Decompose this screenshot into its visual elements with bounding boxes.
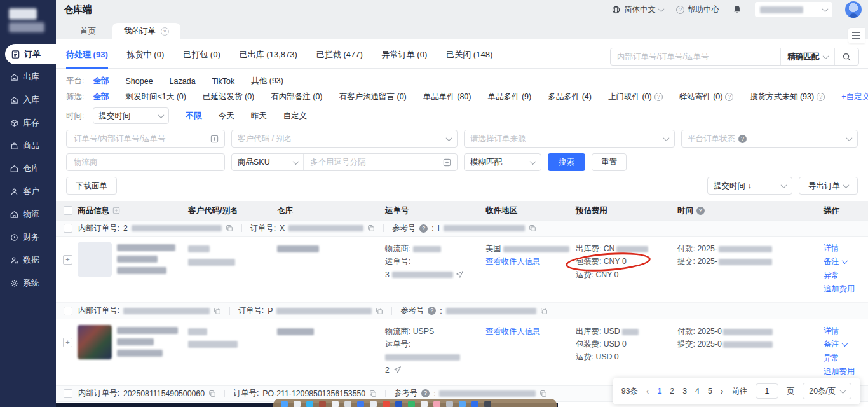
help-center[interactable]: ? 帮助中心 [676, 4, 719, 15]
status-tab-picking[interactable]: 拣货中 (0) [127, 49, 165, 67]
time-type-select[interactable]: 提交时间 [93, 107, 169, 124]
platform-status-select[interactable]: 平台订单状态 ? [681, 130, 858, 148]
row-checkbox[interactable] [64, 389, 72, 398]
platform-all[interactable]: 全部 [93, 76, 109, 86]
search-button[interactable]: 搜索 [548, 153, 585, 171]
match-mode-select[interactable]: 精确匹配 [780, 48, 834, 65]
sidebar-item-outbound[interactable]: 出库 [0, 67, 56, 87]
status-tab-intercepted[interactable]: 已拦截 (477) [316, 49, 363, 67]
abnormal-link[interactable]: 异常 [824, 270, 862, 281]
copy-icon[interactable] [540, 307, 548, 315]
sidebar-item-system[interactable]: 系统 [0, 273, 56, 293]
sidebar-item-warehouse[interactable]: 仓库 [0, 158, 56, 179]
copy-icon[interactable] [367, 224, 375, 232]
filter-single-single[interactable]: 单品单件 (80) [423, 92, 471, 102]
remark-link[interactable]: 备注 [824, 338, 862, 350]
copy-icon[interactable] [214, 307, 221, 315]
copy-icon[interactable] [376, 307, 383, 315]
page-1[interactable]: 1 [658, 387, 662, 396]
custom-filter-link[interactable]: +自定义筛选 [841, 92, 868, 102]
filter-unknown-method[interactable]: 揽货方式未知 (93)? [750, 92, 825, 102]
sidebar-item-logistics[interactable]: 物流 [0, 204, 56, 224]
sidebar-item-inbound[interactable]: 入库 [0, 90, 56, 110]
copy-icon[interactable] [539, 390, 547, 397]
time-custom[interactable]: 自定义 [283, 111, 307, 121]
export-orders-button[interactable]: 导出订单 [799, 177, 858, 195]
prev-page-icon[interactable]: ‹ [646, 386, 649, 396]
page-size-select[interactable]: 20条/页 [803, 383, 851, 399]
track-send-icon[interactable] [456, 270, 464, 279]
quick-search-input[interactable] [611, 52, 780, 61]
tab-home[interactable]: 首页 [64, 23, 112, 39]
copy-icon[interactable] [369, 390, 377, 397]
sidebar-item-finance[interactable]: 财务 [0, 227, 56, 247]
select-all-checkbox[interactable] [64, 206, 72, 215]
plus-box-icon[interactable] [112, 207, 120, 214]
platform-other[interactable]: 其他 (93) [251, 76, 283, 86]
filter-single-multi[interactable]: 单品多件 (9) [487, 92, 531, 102]
remark-link[interactable]: 备注 [824, 256, 862, 267]
filter-all[interactable]: 全部 [93, 92, 109, 102]
time-today[interactable]: 今天 [218, 111, 234, 121]
download-label-button[interactable]: 下载面单 [66, 177, 117, 195]
abnormal-link[interactable]: 异常 [824, 352, 862, 364]
order-source-select[interactable]: 请选择订单来源 [464, 130, 675, 148]
macos-dock[interactable] [273, 399, 557, 407]
row-checkbox[interactable] [64, 307, 72, 315]
carrier-input[interactable] [72, 157, 219, 167]
filter-multi-multi[interactable]: 多品多件 (4) [548, 92, 592, 102]
page-2[interactable]: 2 [670, 387, 674, 396]
sidebar-item-orders[interactable]: 订单 [5, 44, 56, 64]
sku-input[interactable] [309, 157, 443, 167]
sidebar-item-inventory[interactable]: 库存 [0, 113, 56, 133]
sort-select[interactable]: 提交时间 ↓ [707, 177, 792, 195]
order-no-input[interactable] [72, 134, 210, 144]
add-fee-link[interactable]: 追加费用 [824, 366, 862, 377]
filter-customer-message[interactable]: 有客户沟通留言 (0) [339, 92, 407, 102]
row-checkbox[interactable] [64, 224, 72, 233]
page-3[interactable]: 3 [682, 387, 687, 396]
track-send-icon[interactable] [393, 366, 402, 374]
filter-station[interactable]: 驿站寄件 (0)? [679, 92, 734, 102]
filter-delayed[interactable]: 已延迟发货 (0) [203, 92, 254, 102]
page-4[interactable]: 4 [695, 387, 700, 396]
status-tab-closed[interactable]: 已关闭 (148) [446, 49, 492, 67]
goto-page-input[interactable] [756, 383, 778, 399]
copy-icon[interactable] [226, 224, 233, 232]
filter-pickup[interactable]: 上门取件 (0)? [608, 92, 663, 102]
bell-icon[interactable] [732, 4, 742, 15]
language-switcher[interactable]: 简体中文 [611, 4, 663, 15]
expand-row-icon[interactable]: + [63, 255, 72, 265]
filter-internal-note[interactable]: 有内部备注 (0) [271, 92, 322, 102]
tab-my-orders[interactable]: 我的订单 × [112, 23, 180, 39]
page-5[interactable]: 5 [708, 387, 712, 396]
account-select[interactable] [755, 2, 832, 17]
platform-tiktok[interactable]: TikTok [212, 77, 235, 86]
time-unlimited[interactable]: 不限 [186, 111, 201, 121]
sidebar-item-goods[interactable]: 商品 [0, 135, 56, 156]
filter-remaining-time[interactable]: 剩发时间<1天 (0) [125, 92, 186, 102]
status-tab-pending[interactable]: 待处理 (93) [66, 49, 108, 69]
status-tab-packed[interactable]: 已打包 (0) [183, 49, 220, 67]
search-icon-button[interactable] [834, 48, 858, 65]
detail-link[interactable]: 详情 [824, 242, 862, 254]
add-fee-link[interactable]: 追加费用 [824, 283, 862, 294]
customer-select[interactable]: 客户代码 / 别名 [231, 130, 458, 148]
view-recipient-link[interactable]: 查看收件人信息 [485, 325, 569, 338]
user-avatar[interactable] [845, 1, 862, 18]
platform-lazada[interactable]: Lazada [170, 77, 196, 86]
detail-link[interactable]: 详情 [824, 325, 862, 336]
sidebar-item-data[interactable]: 数据 [0, 250, 56, 270]
next-page-icon[interactable]: › [721, 386, 724, 396]
menu-hamburger-icon[interactable] [848, 28, 865, 43]
status-tab-abnormal[interactable]: 异常订单 (0) [382, 49, 428, 67]
platform-shopee[interactable]: Shopee [125, 77, 153, 86]
sku-type-select[interactable]: 商品SKU [238, 154, 304, 170]
fuzzy-match-select[interactable]: 模糊匹配 [464, 153, 541, 171]
copy-icon[interactable] [208, 390, 216, 397]
plus-box-icon[interactable] [210, 135, 219, 143]
copy-icon[interactable] [529, 224, 536, 232]
plus-box-icon[interactable] [443, 158, 451, 167]
status-tab-shipped[interactable]: 已出库 (13,873) [240, 49, 297, 67]
view-recipient-link[interactable]: 查看收件人信息 [485, 255, 569, 268]
